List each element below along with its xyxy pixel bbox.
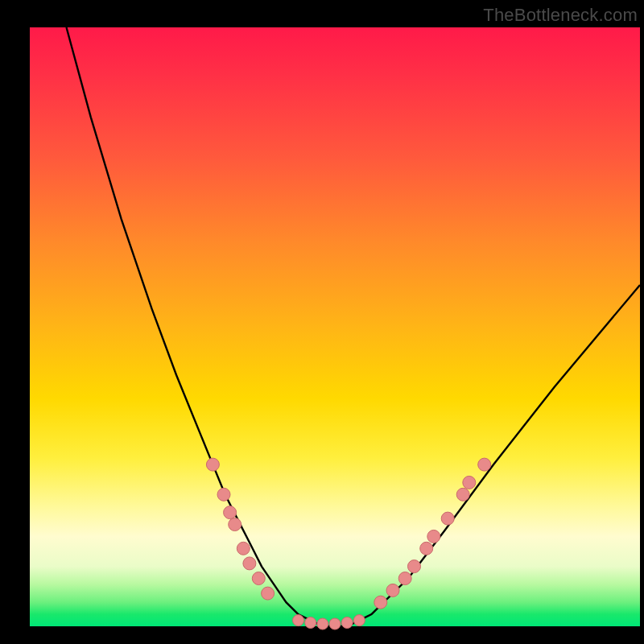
curve-marker-dot xyxy=(456,488,469,501)
curve-marker-dot xyxy=(374,596,387,609)
curve-marker-dot xyxy=(252,572,265,585)
curve-marker-dot xyxy=(293,615,304,626)
curve-marker-dot xyxy=(353,615,365,626)
curve-marker-dot xyxy=(217,488,230,501)
curve-marker-dot xyxy=(317,618,328,630)
curve-markers xyxy=(206,458,490,630)
curve-marker-dot xyxy=(386,584,399,597)
curve-marker-dot xyxy=(341,617,353,629)
bottleneck-curve xyxy=(67,27,641,626)
chart-frame: TheBottleneck.com xyxy=(0,0,644,644)
curve-marker-dot xyxy=(243,557,256,570)
chart-svg xyxy=(30,27,640,626)
curve-marker-dot xyxy=(427,530,440,543)
curve-marker-dot xyxy=(224,506,237,519)
watermark-text: TheBottleneck.com xyxy=(483,5,638,26)
plot-area xyxy=(30,27,640,626)
curve-marker-dot xyxy=(478,458,491,471)
curve-marker-dot xyxy=(420,542,433,555)
curve-marker-dot xyxy=(305,617,316,629)
curve-marker-dot xyxy=(262,587,275,600)
curve-marker-dot xyxy=(463,476,476,489)
curve-marker-dot xyxy=(229,518,242,531)
curve-marker-dot xyxy=(206,458,219,471)
curve-marker-dot xyxy=(237,542,250,555)
curve-marker-dot xyxy=(408,560,421,573)
curve-marker-dot xyxy=(398,572,411,585)
curve-marker-dot xyxy=(441,512,454,525)
curve-marker-dot xyxy=(329,618,341,630)
